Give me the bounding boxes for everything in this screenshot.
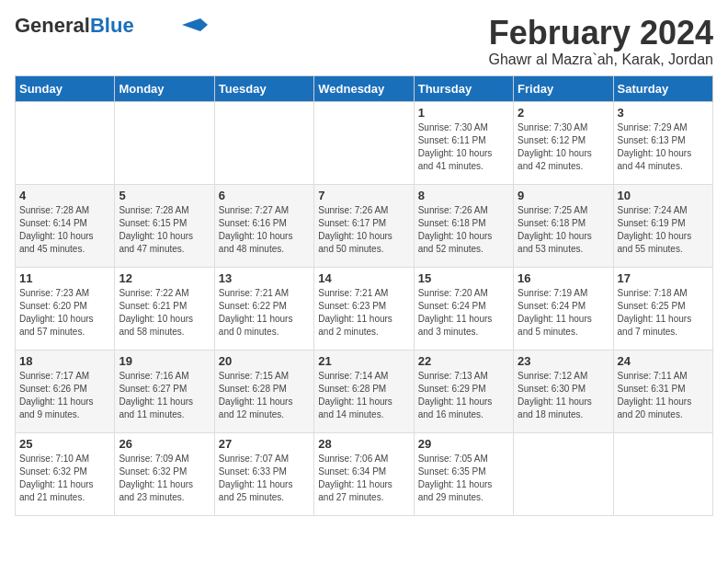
day-number: 17: [618, 271, 709, 285]
day-info: Sunrise: 7:17 AM Sunset: 6:26 PM Dayligh…: [19, 370, 110, 421]
day-number: 13: [219, 271, 310, 285]
calendar-cell: 1Sunrise: 7:30 AM Sunset: 6:11 PM Daylig…: [414, 101, 513, 184]
day-number: 21: [318, 354, 409, 368]
day-number: 5: [119, 189, 210, 202]
day-number: 3: [618, 106, 709, 120]
day-info: Sunrise: 7:19 AM Sunset: 6:24 PM Dayligh…: [518, 287, 609, 339]
calendar-cell: 26Sunrise: 7:09 AM Sunset: 6:32 PM Dayli…: [115, 432, 214, 515]
logo-text: GeneralBlue: [15, 15, 134, 37]
calendar-cell: [314, 101, 414, 184]
calendar-cell: 29Sunrise: 7:05 AM Sunset: 6:35 PM Dayli…: [414, 432, 513, 515]
day-number: 16: [518, 271, 609, 285]
weekday-header-wednesday: Wednesday: [314, 75, 414, 101]
day-number: 14: [318, 271, 409, 285]
calendar-cell: 10Sunrise: 7:24 AM Sunset: 6:19 PM Dayli…: [613, 184, 712, 267]
calendar-cell: 28Sunrise: 7:06 AM Sunset: 6:34 PM Dayli…: [314, 432, 414, 515]
day-number: 2: [518, 106, 609, 120]
logo: GeneralBlue: [15, 15, 208, 37]
day-info: Sunrise: 7:28 AM Sunset: 6:15 PM Dayligh…: [119, 204, 210, 256]
calendar-cell: [514, 432, 613, 515]
day-number: 11: [19, 271, 110, 285]
calendar-cell: 14Sunrise: 7:21 AM Sunset: 6:23 PM Dayli…: [314, 267, 414, 350]
day-number: 1: [418, 106, 509, 120]
weekday-header-tuesday: Tuesday: [214, 75, 313, 101]
calendar-cell: 21Sunrise: 7:14 AM Sunset: 6:28 PM Dayli…: [314, 350, 414, 432]
calendar-cell: 13Sunrise: 7:21 AM Sunset: 6:22 PM Dayli…: [214, 267, 313, 350]
day-number: 7: [318, 189, 409, 202]
day-info: Sunrise: 7:26 AM Sunset: 6:18 PM Dayligh…: [418, 204, 509, 256]
calendar-cell: 17Sunrise: 7:18 AM Sunset: 6:25 PM Dayli…: [613, 267, 712, 350]
day-info: Sunrise: 7:12 AM Sunset: 6:30 PM Dayligh…: [518, 370, 609, 421]
day-info: Sunrise: 7:06 AM Sunset: 6:34 PM Dayligh…: [318, 453, 409, 504]
svg-marker-0: [182, 18, 208, 31]
day-number: 8: [418, 189, 509, 202]
day-info: Sunrise: 7:26 AM Sunset: 6:17 PM Dayligh…: [318, 204, 409, 256]
day-number: 23: [518, 354, 609, 368]
page-header: GeneralBlue February 2024 Ghawr al Mazra…: [15, 15, 713, 68]
day-number: 26: [119, 437, 210, 451]
weekday-header-friday: Friday: [514, 75, 613, 101]
calendar-cell: [214, 101, 313, 184]
day-info: Sunrise: 7:14 AM Sunset: 6:28 PM Dayligh…: [318, 370, 409, 421]
calendar-cell: 24Sunrise: 7:11 AM Sunset: 6:31 PM Dayli…: [613, 350, 712, 432]
calendar-cell: 19Sunrise: 7:16 AM Sunset: 6:27 PM Dayli…: [115, 350, 214, 432]
day-number: 22: [418, 354, 509, 368]
day-info: Sunrise: 7:29 AM Sunset: 6:13 PM Dayligh…: [618, 121, 709, 173]
day-number: 10: [618, 189, 709, 202]
weekday-header-thursday: Thursday: [414, 75, 513, 101]
calendar-cell: [16, 101, 115, 184]
day-info: Sunrise: 7:10 AM Sunset: 6:32 PM Dayligh…: [19, 453, 110, 504]
day-number: 28: [318, 437, 409, 451]
logo-icon: [182, 18, 208, 31]
day-number: 6: [219, 189, 310, 202]
weekday-header-saturday: Saturday: [613, 75, 712, 101]
day-info: Sunrise: 7:18 AM Sunset: 6:25 PM Dayligh…: [618, 287, 709, 339]
day-info: Sunrise: 7:13 AM Sunset: 6:29 PM Dayligh…: [418, 370, 509, 421]
day-info: Sunrise: 7:30 AM Sunset: 6:11 PM Dayligh…: [418, 121, 509, 173]
day-info: Sunrise: 7:22 AM Sunset: 6:21 PM Dayligh…: [119, 287, 210, 339]
calendar-cell: 15Sunrise: 7:20 AM Sunset: 6:24 PM Dayli…: [414, 267, 513, 350]
day-number: 29: [418, 437, 509, 451]
calendar-cell: 6Sunrise: 7:27 AM Sunset: 6:16 PM Daylig…: [214, 184, 313, 267]
calendar-table: SundayMondayTuesdayWednesdayThursdayFrid…: [15, 75, 713, 516]
calendar-cell: [613, 432, 712, 515]
page-title: February 2024: [488, 15, 713, 52]
day-number: 24: [618, 354, 709, 368]
day-info: Sunrise: 7:28 AM Sunset: 6:14 PM Dayligh…: [19, 204, 110, 256]
day-info: Sunrise: 7:21 AM Sunset: 6:23 PM Dayligh…: [318, 287, 409, 339]
day-number: 12: [119, 271, 210, 285]
day-number: 19: [119, 354, 210, 368]
calendar-cell: [115, 101, 214, 184]
day-number: 25: [19, 437, 110, 451]
calendar-cell: 9Sunrise: 7:25 AM Sunset: 6:18 PM Daylig…: [514, 184, 613, 267]
day-number: 9: [518, 189, 609, 202]
calendar-cell: 18Sunrise: 7:17 AM Sunset: 6:26 PM Dayli…: [16, 350, 115, 432]
day-info: Sunrise: 7:16 AM Sunset: 6:27 PM Dayligh…: [119, 370, 210, 421]
calendar-cell: 7Sunrise: 7:26 AM Sunset: 6:17 PM Daylig…: [314, 184, 414, 267]
day-info: Sunrise: 7:15 AM Sunset: 6:28 PM Dayligh…: [219, 370, 310, 421]
day-info: Sunrise: 7:09 AM Sunset: 6:32 PM Dayligh…: [119, 453, 210, 504]
day-info: Sunrise: 7:07 AM Sunset: 6:33 PM Dayligh…: [219, 453, 310, 504]
day-number: 18: [19, 354, 110, 368]
calendar-cell: 20Sunrise: 7:15 AM Sunset: 6:28 PM Dayli…: [214, 350, 313, 432]
calendar-cell: 22Sunrise: 7:13 AM Sunset: 6:29 PM Dayli…: [414, 350, 513, 432]
day-info: Sunrise: 7:30 AM Sunset: 6:12 PM Dayligh…: [518, 121, 609, 173]
day-number: 4: [19, 189, 110, 202]
day-info: Sunrise: 7:24 AM Sunset: 6:19 PM Dayligh…: [618, 204, 709, 256]
title-block: February 2024 Ghawr al Mazra`ah, Karak, …: [488, 15, 713, 68]
weekday-header-sunday: Sunday: [16, 75, 115, 101]
calendar-cell: 5Sunrise: 7:28 AM Sunset: 6:15 PM Daylig…: [115, 184, 214, 267]
calendar-cell: 12Sunrise: 7:22 AM Sunset: 6:21 PM Dayli…: [115, 267, 214, 350]
calendar-cell: 8Sunrise: 7:26 AM Sunset: 6:18 PM Daylig…: [414, 184, 513, 267]
day-info: Sunrise: 7:05 AM Sunset: 6:35 PM Dayligh…: [418, 453, 509, 504]
weekday-header-monday: Monday: [115, 75, 214, 101]
calendar-cell: 3Sunrise: 7:29 AM Sunset: 6:13 PM Daylig…: [613, 101, 712, 184]
day-info: Sunrise: 7:20 AM Sunset: 6:24 PM Dayligh…: [418, 287, 509, 339]
day-number: 27: [219, 437, 310, 451]
day-info: Sunrise: 7:25 AM Sunset: 6:18 PM Dayligh…: [518, 204, 609, 256]
day-number: 15: [418, 271, 509, 285]
calendar-cell: 16Sunrise: 7:19 AM Sunset: 6:24 PM Dayli…: [514, 267, 613, 350]
calendar-cell: 11Sunrise: 7:23 AM Sunset: 6:20 PM Dayli…: [16, 267, 115, 350]
calendar-cell: 23Sunrise: 7:12 AM Sunset: 6:30 PM Dayli…: [514, 350, 613, 432]
calendar-cell: 4Sunrise: 7:28 AM Sunset: 6:14 PM Daylig…: [16, 184, 115, 267]
